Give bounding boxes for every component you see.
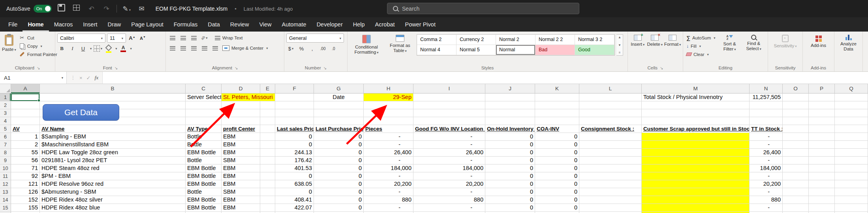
column-header-J[interactable]: J	[485, 84, 535, 93]
cells-dialog-launcher[interactable]: ↘	[660, 66, 663, 70]
cell[interactable]: -	[364, 157, 413, 164]
cell[interactable]: -	[413, 204, 485, 212]
cell[interactable]: -	[413, 188, 485, 196]
format-as-table-button[interactable]: Format as Table▾	[385, 34, 415, 54]
cell[interactable]: 0291881- Lysol 28oz PET	[40, 157, 186, 164]
cell[interactable]: HDPE Ridex 48oz silver	[40, 196, 186, 204]
cell[interactable]	[809, 157, 835, 164]
increase-font-button[interactable]: A▲	[128, 34, 137, 43]
cell[interactable]: 0	[535, 133, 579, 141]
percent-style-button[interactable]: %	[297, 44, 306, 53]
autosave-toggle[interactable]: On	[34, 5, 52, 13]
style-normal-3-2[interactable]: Normal 3 2	[575, 35, 614, 45]
cell[interactable]: -	[364, 133, 413, 141]
cell[interactable]: COA-INV	[535, 125, 579, 133]
cell[interactable]: HDPE Ridex 48oz blue	[40, 204, 186, 212]
cell[interactable]	[413, 101, 485, 109]
copy-button[interactable]: Copy▾	[18, 42, 58, 50]
row-header-2[interactable]: 2	[0, 101, 11, 109]
orientation-button[interactable]: ab▾	[200, 34, 209, 42]
increase-indent-button[interactable]	[210, 44, 220, 52]
column-header-D[interactable]: D	[222, 84, 260, 93]
cell[interactable]	[783, 188, 809, 196]
cell[interactable]: EBM Bottle	[186, 164, 222, 172]
cell[interactable]: Customer Scrap approved but still in Sto…	[642, 125, 750, 133]
cell[interactable]: 20,200	[750, 180, 783, 188]
cell[interactable]	[642, 109, 750, 117]
cell[interactable]: Last sales Price	[275, 125, 314, 133]
row-header-12[interactable]: 12	[0, 180, 11, 188]
enter-icon[interactable]: ✓	[86, 75, 91, 81]
cell[interactable]	[579, 172, 642, 180]
cell[interactable]	[413, 117, 485, 125]
cell[interactable]: 401.53	[275, 164, 314, 172]
cell[interactable]: -	[750, 157, 783, 164]
save-button[interactable]	[56, 4, 67, 13]
cell[interactable]	[535, 101, 579, 109]
insert-cells-button[interactable]: + Insert▾	[630, 34, 645, 47]
cell[interactable]	[260, 172, 275, 180]
cell[interactable]: -	[750, 141, 783, 149]
cell[interactable]: -	[413, 172, 485, 180]
column-header-C[interactable]: C	[186, 84, 222, 93]
cell[interactable]: AV Type	[186, 125, 222, 133]
borders-button[interactable]: ▾	[93, 44, 102, 53]
scrap-highlight-cell[interactable]	[642, 164, 750, 172]
cell[interactable]: Pieces	[364, 125, 413, 133]
style-normal-2[interactable]: Normal 2	[496, 35, 535, 45]
cell[interactable]	[275, 109, 314, 117]
adobe-acrobat-button[interactable]	[867, 34, 868, 43]
cell[interactable]: 126	[11, 188, 40, 196]
cell[interactable]	[809, 117, 835, 125]
cell[interactable]	[783, 93, 809, 101]
cell[interactable]: Bottle	[186, 133, 222, 141]
cell[interactable]	[809, 125, 835, 133]
menu-tab-help[interactable]: Help	[348, 17, 370, 32]
style-currency-2[interactable]: Currency 2	[457, 35, 496, 45]
align-left-button[interactable]	[168, 44, 177, 52]
gallery-down-icon[interactable]: ▼	[618, 43, 621, 47]
column-header-P[interactable]: P	[809, 84, 835, 93]
cell[interactable]: 56	[11, 157, 40, 164]
cell[interactable]	[413, 93, 485, 101]
row-header-14[interactable]: 14	[0, 196, 11, 204]
cell[interactable]: EBM	[222, 180, 260, 188]
number-dialog-launcher[interactable]: ↘	[323, 66, 327, 70]
column-header-H[interactable]: H	[364, 84, 413, 93]
total-stock-value-cell[interactable]: 11,257,505	[750, 93, 783, 101]
cell[interactable]: 0	[485, 180, 535, 188]
addins-button[interactable]: Add-ins	[806, 34, 831, 48]
cell[interactable]	[413, 109, 485, 117]
cell[interactable]	[222, 117, 260, 125]
cell[interactable]	[186, 101, 222, 109]
cell[interactable]	[835, 101, 868, 109]
cell[interactable]: 638.05	[275, 180, 314, 188]
cell[interactable]: $Maschinenstillstand EBM	[40, 141, 186, 149]
cell[interactable]: 0	[485, 204, 535, 212]
fill-button[interactable]: ↓Fill▾	[685, 42, 717, 50]
cell[interactable]: EBM Bottle	[186, 149, 222, 157]
align-center-button[interactable]	[178, 44, 188, 52]
cell[interactable]	[260, 101, 275, 109]
style-good[interactable]: Good	[575, 45, 614, 55]
cell[interactable]: 880	[750, 196, 783, 204]
cell[interactable]: TT in Stock :	[750, 125, 783, 133]
cell[interactable]: EBM	[222, 164, 260, 172]
cell[interactable]	[835, 164, 868, 172]
cell[interactable]: -	[413, 133, 485, 141]
menu-tab-data[interactable]: Data	[203, 17, 225, 32]
cell[interactable]	[222, 101, 260, 109]
cell[interactable]	[835, 172, 868, 180]
cell[interactable]	[579, 149, 642, 157]
cell[interactable]	[809, 149, 835, 157]
cell[interactable]: EBM Bottle	[186, 172, 222, 180]
cut-button[interactable]: ✂Cut	[18, 34, 58, 42]
cell[interactable]: Bottle	[186, 157, 222, 164]
cell[interactable]: 0	[314, 188, 364, 196]
cell[interactable]: 244.13	[275, 149, 314, 157]
cell[interactable]	[579, 164, 642, 172]
cell[interactable]	[835, 188, 868, 196]
cell[interactable]	[535, 117, 579, 125]
cell[interactable]	[260, 188, 275, 196]
cell[interactable]: 0	[314, 196, 364, 204]
